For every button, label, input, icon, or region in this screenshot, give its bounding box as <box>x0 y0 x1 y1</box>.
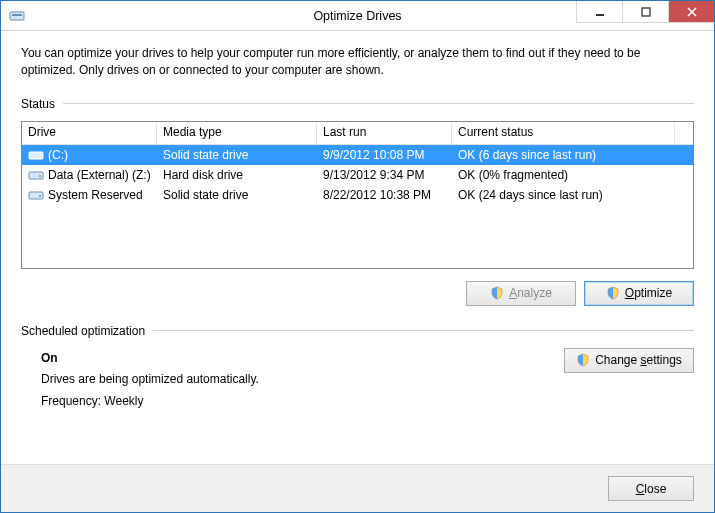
shield-icon <box>606 286 620 300</box>
table-row[interactable]: Data (External) (Z:)Hard disk drive9/13/… <box>22 165 693 185</box>
footer: Close <box>1 464 714 512</box>
change-settings-label: Change settings <box>595 353 682 367</box>
svg-point-11 <box>39 195 41 197</box>
svg-point-7 <box>39 155 41 157</box>
table-row[interactable]: (C:)Solid state drive9/9/2012 10:08 PMOK… <box>22 145 693 165</box>
close-label: Close <box>636 482 667 496</box>
maximize-button[interactable] <box>622 1 668 23</box>
list-button-row: Analyze Optimize <box>21 281 694 306</box>
svg-rect-3 <box>642 8 650 16</box>
optimize-label: Optimize <box>625 286 672 300</box>
shield-icon <box>490 286 504 300</box>
scheduled-info: On Drives are being optimized automatica… <box>41 348 259 413</box>
last-run: 8/22/2012 10:38 PM <box>317 188 452 202</box>
current-status: OK (24 days since last run) <box>452 188 693 202</box>
scheduled-section-header: Scheduled optimization <box>21 324 694 338</box>
app-icon <box>9 8 25 24</box>
scheduled-line1: Drives are being optimized automatically… <box>41 369 259 391</box>
analyze-label: Analyze <box>509 286 552 300</box>
media-type: Solid state drive <box>157 148 317 162</box>
col-last[interactable]: Last run <box>317 122 452 144</box>
drive-name: System Reserved <box>48 188 143 202</box>
scheduled-line2: Frequency: Weekly <box>41 391 259 413</box>
svg-rect-2 <box>596 14 604 16</box>
last-run: 9/13/2012 9:34 PM <box>317 168 452 182</box>
analyze-button[interactable]: Analyze <box>466 281 576 306</box>
svg-rect-10 <box>29 192 43 199</box>
optimize-button[interactable]: Optimize <box>584 281 694 306</box>
titlebar: Optimize Drives <box>1 1 714 31</box>
scheduled-label: Scheduled optimization <box>21 324 145 338</box>
status-label: Status <box>21 97 55 111</box>
table-row[interactable]: System ReservedSolid state drive8/22/201… <box>22 185 693 205</box>
svg-rect-6 <box>29 152 43 159</box>
drive-icon <box>28 188 44 202</box>
scheduled-state: On <box>41 348 259 370</box>
description-text: You can optimize your drives to help you… <box>21 45 694 79</box>
last-run: 9/9/2012 10:08 PM <box>317 148 452 162</box>
status-section-header: Status <box>21 97 694 111</box>
drive-name: Data (External) (Z:) <box>48 168 151 182</box>
svg-rect-8 <box>29 172 43 179</box>
divider <box>63 103 694 104</box>
change-settings-button[interactable]: Change settings <box>564 348 694 373</box>
drive-name: (C:) <box>48 148 68 162</box>
media-type: Hard disk drive <box>157 168 317 182</box>
svg-rect-1 <box>12 14 22 16</box>
current-status: OK (6 days since last run) <box>452 148 693 162</box>
window-buttons <box>576 1 714 23</box>
col-drive[interactable]: Drive <box>22 122 157 144</box>
drive-icon <box>28 148 44 162</box>
shield-icon <box>576 353 590 367</box>
col-status[interactable]: Current status <box>452 122 675 144</box>
col-pad <box>675 122 693 144</box>
divider <box>153 330 694 331</box>
minimize-button[interactable] <box>576 1 622 23</box>
col-media[interactable]: Media type <box>157 122 317 144</box>
current-status: OK (0% fragmented) <box>452 168 693 182</box>
drive-icon <box>28 168 44 182</box>
close-window-button[interactable] <box>668 1 714 23</box>
drives-list[interactable]: Drive Media type Last run Current status… <box>21 121 694 269</box>
media-type: Solid state drive <box>157 188 317 202</box>
svg-point-9 <box>39 175 41 177</box>
list-header: Drive Media type Last run Current status <box>22 122 693 145</box>
close-button[interactable]: Close <box>608 476 694 501</box>
